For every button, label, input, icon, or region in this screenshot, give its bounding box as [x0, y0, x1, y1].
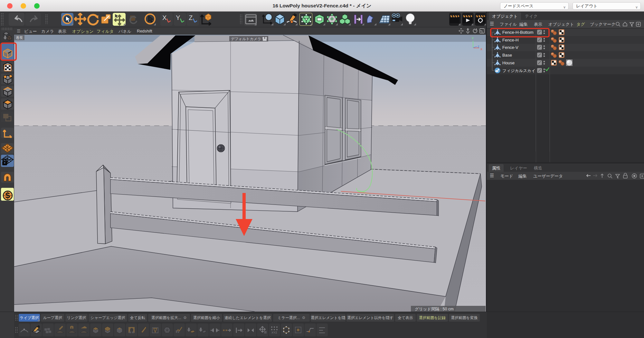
svg-text:Fence-H-Bottom: Fence-H-Bottom [502, 30, 534, 35]
svg-text:Fence-V: Fence-V [502, 45, 518, 50]
svg-text:Y: Y [176, 14, 180, 21]
svg-text:Base: Base [502, 53, 512, 58]
svg-text:デフォルトカメラ: デフォルトカメラ [231, 37, 261, 41]
svg-text:グリッド間隔 : 50 cm: グリッド間隔 : 50 cm [415, 307, 454, 311]
svg-text:Z: Z [189, 14, 193, 21]
svg-text:XYZ: XYZ [271, 331, 277, 334]
svg-text:フィジカルスカイ: フィジカルスカイ [502, 69, 535, 73]
svg-text:Z: Z [478, 45, 479, 48]
svg-text:Y: Y [472, 37, 474, 40]
svg-text:Fence-H: Fence-H [502, 38, 519, 42]
svg-text:House: House [502, 60, 515, 65]
svg-text:透視: 透視 [16, 36, 23, 40]
svg-text:X: X [162, 14, 166, 21]
svg-text:X: X [480, 48, 482, 51]
svg-text:S: S [5, 191, 10, 200]
